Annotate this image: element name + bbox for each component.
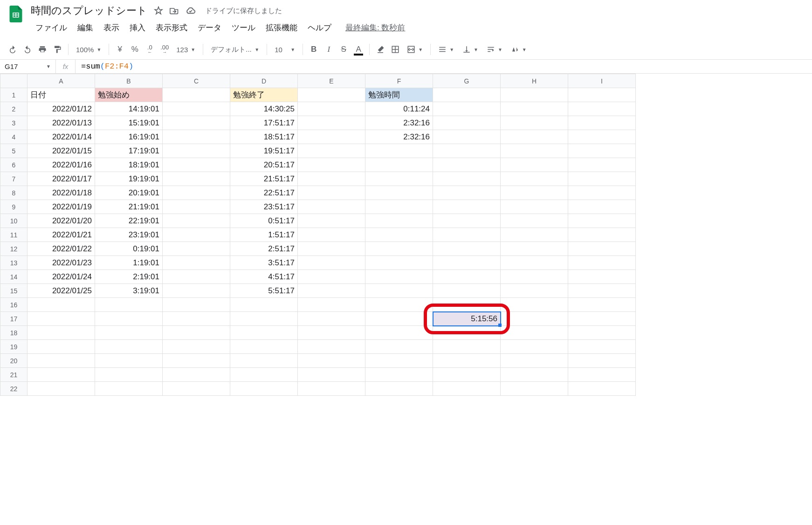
font-dropdown[interactable]: デフォルト...▼ xyxy=(207,42,263,56)
cell-F5[interactable] xyxy=(365,144,433,158)
cell-C7[interactable] xyxy=(163,172,230,186)
cell-G1[interactable] xyxy=(433,88,501,102)
text-rotation-dropdown[interactable]: ▼ xyxy=(507,42,530,56)
cell-E4[interactable] xyxy=(298,130,365,144)
cell-G6[interactable] xyxy=(433,158,501,172)
cell-B1[interactable]: 勉強始め xyxy=(95,88,163,102)
cell-I15[interactable] xyxy=(568,284,636,298)
cell-E12[interactable] xyxy=(298,242,365,256)
cell-D14[interactable]: 4:51:17 xyxy=(230,270,298,284)
cell-A1[interactable]: 日付 xyxy=(28,88,95,102)
cell-D2[interactable]: 14:30:25 xyxy=(230,102,298,116)
column-header-E[interactable]: E xyxy=(298,74,365,88)
cell-F4[interactable]: 2:32:16 xyxy=(365,130,433,144)
column-header-G[interactable]: G xyxy=(433,74,501,88)
cell-F16[interactable] xyxy=(365,298,433,312)
cell-D17[interactable] xyxy=(230,312,298,326)
cell-G8[interactable] xyxy=(433,186,501,200)
last-edit-link[interactable]: 最終編集: 数秒前 xyxy=(345,22,405,33)
cell-A16[interactable] xyxy=(28,298,95,312)
row-header-17[interactable]: 17 xyxy=(0,312,28,326)
row-header-19[interactable]: 19 xyxy=(0,340,28,354)
cell-I6[interactable] xyxy=(568,158,636,172)
cell-B21[interactable] xyxy=(95,368,163,382)
cell-C19[interactable] xyxy=(163,340,230,354)
cell-E5[interactable] xyxy=(298,144,365,158)
sheets-logo[interactable] xyxy=(6,4,26,24)
cell-C2[interactable] xyxy=(163,102,230,116)
horizontal-align-dropdown[interactable]: ▼ xyxy=(434,42,458,56)
cell-D18[interactable] xyxy=(230,326,298,340)
doc-title[interactable]: 時間のスプレッドシート xyxy=(31,4,147,18)
cell-D4[interactable]: 18:51:17 xyxy=(230,130,298,144)
text-color-button[interactable]: A xyxy=(351,42,365,56)
cell-B16[interactable] xyxy=(95,298,163,312)
fill-color-button[interactable] xyxy=(373,42,387,56)
cell-C5[interactable] xyxy=(163,144,230,158)
cell-D8[interactable]: 22:51:17 xyxy=(230,186,298,200)
cell-E14[interactable] xyxy=(298,270,365,284)
row-header-4[interactable]: 4 xyxy=(0,130,28,144)
cell-G17[interactable]: 5:15:56 xyxy=(433,312,501,326)
redo-button[interactable] xyxy=(21,42,34,56)
column-header-F[interactable]: F xyxy=(365,74,433,88)
cell-A13[interactable]: 2022/01/23 xyxy=(28,256,95,270)
increase-decimal-button[interactable]: .00→ xyxy=(158,42,172,56)
cell-F14[interactable] xyxy=(365,270,433,284)
cell-A10[interactable]: 2022/01/20 xyxy=(28,214,95,228)
bold-button[interactable]: B xyxy=(307,42,321,56)
cell-H5[interactable] xyxy=(501,144,568,158)
menu-tools[interactable]: ツール xyxy=(227,20,260,36)
cell-B12[interactable]: 0:19:01 xyxy=(95,242,163,256)
cell-E11[interactable] xyxy=(298,228,365,242)
cell-A17[interactable] xyxy=(28,312,95,326)
cell-I3[interactable] xyxy=(568,116,636,130)
cell-E9[interactable] xyxy=(298,200,365,214)
cell-C15[interactable] xyxy=(163,284,230,298)
cell-C17[interactable] xyxy=(163,312,230,326)
cell-I2[interactable] xyxy=(568,102,636,116)
move-icon[interactable] xyxy=(170,6,179,15)
percent-button[interactable]: % xyxy=(128,42,142,56)
formula-input[interactable]: =sum(F2:F4) xyxy=(76,62,812,71)
strikethrough-button[interactable]: S xyxy=(337,42,351,56)
cell-H15[interactable] xyxy=(501,284,568,298)
undo-button[interactable] xyxy=(6,42,20,56)
cell-A14[interactable]: 2022/01/24 xyxy=(28,270,95,284)
cell-C10[interactable] xyxy=(163,214,230,228)
cell-G11[interactable] xyxy=(433,228,501,242)
cell-C1[interactable] xyxy=(163,88,230,102)
cell-C12[interactable] xyxy=(163,242,230,256)
cell-F13[interactable] xyxy=(365,256,433,270)
cell-C20[interactable] xyxy=(163,354,230,368)
cell-B7[interactable]: 19:19:01 xyxy=(95,172,163,186)
cell-H6[interactable] xyxy=(501,158,568,172)
cell-G2[interactable] xyxy=(433,102,501,116)
cell-H3[interactable] xyxy=(501,116,568,130)
cell-D6[interactable]: 20:51:17 xyxy=(230,158,298,172)
cell-D13[interactable]: 3:51:17 xyxy=(230,256,298,270)
row-header-16[interactable]: 16 xyxy=(0,298,28,312)
cell-H17[interactable] xyxy=(501,312,568,326)
cell-G5[interactable] xyxy=(433,144,501,158)
cell-I16[interactable] xyxy=(568,298,636,312)
cell-A3[interactable]: 2022/01/13 xyxy=(28,116,95,130)
cell-I18[interactable] xyxy=(568,326,636,340)
cell-F12[interactable] xyxy=(365,242,433,256)
cell-I17[interactable] xyxy=(568,312,636,326)
cell-F2[interactable]: 0:11:24 xyxy=(365,102,433,116)
cell-B13[interactable]: 1:19:01 xyxy=(95,256,163,270)
cell-F7[interactable] xyxy=(365,172,433,186)
cell-E17[interactable] xyxy=(298,312,365,326)
cell-B18[interactable] xyxy=(95,326,163,340)
spreadsheet-grid[interactable]: ABCDEFGHI1日付勉強始め勉強終了勉強時間22022/01/1214:19… xyxy=(0,74,636,396)
cell-I22[interactable] xyxy=(568,382,636,396)
cell-A19[interactable] xyxy=(28,340,95,354)
cell-H14[interactable] xyxy=(501,270,568,284)
menu-format[interactable]: 表示形式 xyxy=(151,20,192,36)
row-header-21[interactable]: 21 xyxy=(0,368,28,382)
cell-E1[interactable] xyxy=(298,88,365,102)
cell-F8[interactable] xyxy=(365,186,433,200)
cell-G4[interactable] xyxy=(433,130,501,144)
cell-A11[interactable]: 2022/01/21 xyxy=(28,228,95,242)
